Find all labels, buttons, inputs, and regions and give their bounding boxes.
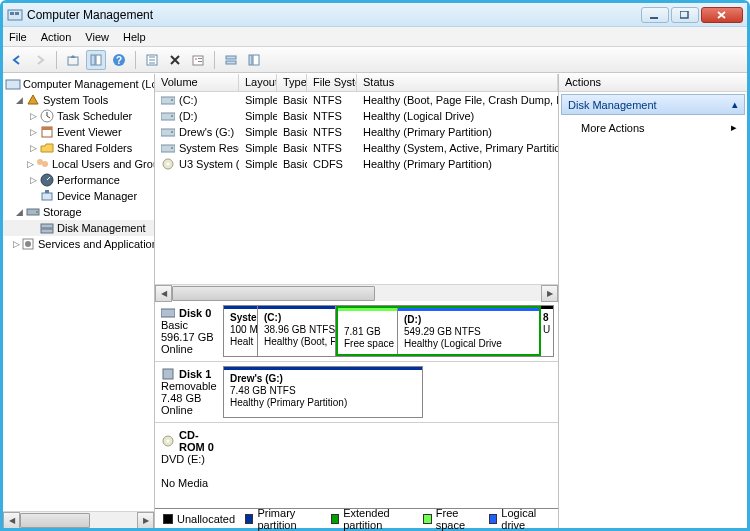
disk-graphical-view[interactable]: Disk 0 Basic 596.17 GB Online Syste 100 … [155, 301, 558, 508]
nav-back-button[interactable] [7, 50, 27, 70]
toolbar: ? [3, 47, 747, 73]
svg-point-43 [167, 163, 170, 166]
refresh-button[interactable] [142, 50, 162, 70]
svg-rect-31 [41, 229, 53, 233]
svg-rect-1 [10, 12, 14, 15]
menu-view[interactable]: View [85, 31, 109, 43]
col-status[interactable]: Status [357, 74, 558, 91]
svg-rect-38 [161, 129, 175, 136]
up-button[interactable] [63, 50, 83, 70]
disk-row-disk1[interactable]: Disk 1 Removable 7.48 GB Online Drew's (… [155, 362, 558, 423]
svg-rect-16 [226, 61, 236, 64]
svg-rect-44 [161, 309, 175, 317]
svg-point-37 [171, 115, 173, 117]
tree-root[interactable]: Computer Management (Local [3, 76, 154, 92]
svg-rect-15 [226, 56, 236, 59]
svg-rect-17 [249, 55, 252, 65]
svg-rect-36 [161, 113, 175, 120]
menu-help[interactable]: Help [123, 31, 146, 43]
close-button[interactable] [701, 7, 743, 23]
tree-services-apps[interactable]: ▷Services and Applications [3, 236, 154, 252]
cd-icon [161, 158, 175, 170]
collapse-icon: ▴ [732, 98, 738, 111]
properties-button[interactable] [188, 50, 208, 70]
svg-point-33 [25, 241, 31, 247]
svg-rect-19 [6, 80, 20, 89]
volume-row: U3 System (F:)SimpleBasicCDFSHealthy (Pr… [155, 156, 558, 172]
svg-rect-34 [161, 97, 175, 104]
actions-pane: Actions Disk Management ▴ More Actions ▸ [559, 74, 747, 528]
partition-g[interactable]: Drew's (G:) 7.48 GB NTFS Healthy (Primar… [224, 367, 422, 417]
svg-rect-40 [161, 145, 175, 152]
disk-row-cdrom[interactable]: CD-ROM 0 DVD (E:) No Media [155, 423, 558, 495]
tree-event-viewer[interactable]: ▷Event Viewer [3, 124, 154, 140]
svg-point-39 [171, 131, 173, 133]
svg-point-29 [36, 211, 38, 213]
volume-row: (D:)SimpleBasicNTFSHealthy (Logical Driv… [155, 108, 558, 124]
menubar: File Action View Help [3, 27, 747, 47]
svg-point-35 [171, 99, 173, 101]
svg-rect-18 [253, 55, 259, 65]
svg-point-24 [42, 161, 48, 167]
tree-performance[interactable]: ▷Performance [3, 172, 154, 188]
svg-rect-14 [198, 61, 202, 62]
drive-icon [161, 94, 175, 106]
drive-icon [161, 110, 175, 122]
view-details-button[interactable] [244, 50, 264, 70]
help-button[interactable]: ? [109, 50, 129, 70]
col-volume[interactable]: Volume [155, 74, 239, 91]
show-tree-button[interactable] [86, 50, 106, 70]
menu-action[interactable]: Action [41, 31, 72, 43]
view-list-button[interactable] [221, 50, 241, 70]
partition-c[interactable]: (C:) 38.96 GB NTFS Healthy (Boot, Pa [258, 306, 336, 356]
svg-rect-5 [68, 57, 78, 65]
more-actions[interactable]: More Actions ▸ [559, 117, 747, 138]
nav-forward-button[interactable] [30, 50, 50, 70]
delete-button[interactable] [165, 50, 185, 70]
tree-shared-folders[interactable]: ▷Shared Folders [3, 140, 154, 156]
tree-local-users[interactable]: ▷Local Users and Groups [3, 156, 154, 172]
actions-category[interactable]: Disk Management ▴ [561, 94, 745, 115]
col-type[interactable]: Type [277, 74, 307, 91]
volume-list-header: Volume Layout Type File System Status [155, 74, 558, 92]
menu-file[interactable]: File [9, 31, 27, 43]
unallocated-space[interactable]: 8 U [541, 306, 553, 356]
tree-disk-management[interactable]: ▷Disk Management [3, 220, 154, 236]
free-space[interactable]: 7.81 GB Free space [338, 308, 398, 354]
disk-legend: Unallocated Primary partition Extended p… [155, 508, 558, 528]
svg-rect-3 [650, 17, 658, 19]
partition-d[interactable]: (D:) 549.29 GB NTFS Healthy (Logical Dri… [398, 308, 539, 354]
tree-task-scheduler[interactable]: ▷Task Scheduler [3, 108, 154, 124]
col-layout[interactable]: Layout [239, 74, 277, 91]
svg-point-12 [195, 58, 197, 60]
titlebar: Computer Management [3, 3, 747, 27]
navigation-tree[interactable]: Computer Management (Local ◢System Tools… [3, 74, 155, 528]
svg-rect-2 [15, 12, 19, 15]
extended-partition[interactable]: 7.81 GB Free space (D:) 549.29 GB NTFS H… [336, 306, 541, 356]
svg-text:?: ? [116, 55, 122, 66]
tree-system-tools[interactable]: ◢System Tools [3, 92, 154, 108]
cdrom-icon [161, 435, 175, 447]
svg-rect-22 [42, 127, 52, 130]
tree-scroll-right[interactable]: ▶ [137, 512, 154, 529]
volume-list[interactable]: (C:)SimpleBasicNTFSHealthy (Boot, Page F… [155, 92, 558, 284]
partition-system-reserved[interactable]: Syste 100 M Healt [224, 306, 258, 356]
tree-storage[interactable]: ◢Storage [3, 204, 154, 220]
svg-rect-13 [198, 58, 202, 59]
col-fs[interactable]: File System [307, 74, 357, 91]
window-title: Computer Management [27, 8, 641, 22]
svg-point-41 [171, 147, 173, 149]
minimize-button[interactable] [641, 7, 669, 23]
tree-device-manager[interactable]: ▷Device Manager [3, 188, 154, 204]
tree-scroll-left[interactable]: ◀ [3, 512, 20, 529]
svg-point-47 [167, 440, 170, 443]
maximize-button[interactable] [671, 7, 699, 23]
volume-row: Drew's (G:)SimpleBasicNTFSHealthy (Prima… [155, 124, 558, 140]
svg-rect-30 [41, 224, 53, 228]
svg-rect-45 [163, 369, 173, 379]
svg-rect-26 [42, 193, 52, 200]
volume-row: (C:)SimpleBasicNTFSHealthy (Boot, Page F… [155, 92, 558, 108]
disk-row-disk0[interactable]: Disk 0 Basic 596.17 GB Online Syste 100 … [155, 301, 558, 362]
volume-list-hscroll[interactable]: ◀▶ [155, 284, 558, 301]
chevron-right-icon: ▸ [731, 121, 737, 134]
